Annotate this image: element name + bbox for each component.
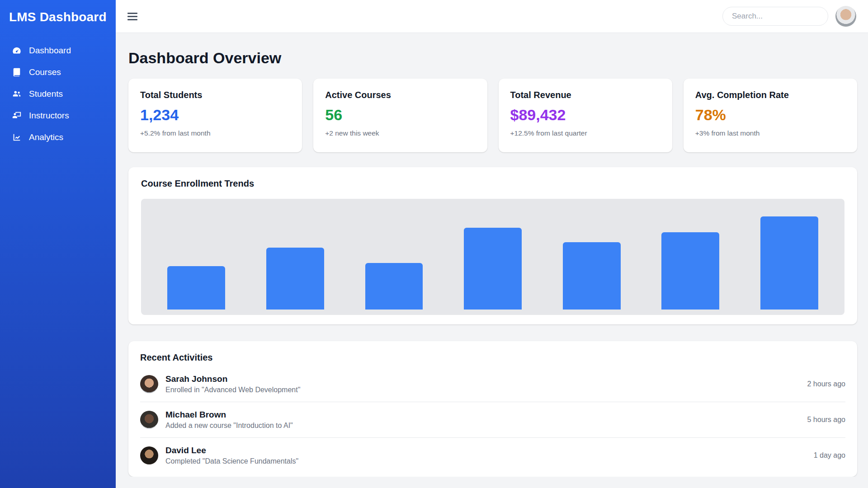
stat-value: 78% (695, 106, 845, 124)
app-title: LMS Dashboard (8, 10, 108, 24)
sidebar-item-dashboard[interactable]: Dashboard (8, 40, 108, 61)
book-icon (12, 67, 22, 77)
stat-card-total-students: Total Students 1,234 +5.2% from last mon… (128, 79, 302, 152)
sidebar-item-label: Dashboard (29, 46, 71, 56)
stat-label: Active Courses (325, 90, 475, 100)
gauge-icon (12, 46, 22, 56)
activity-row: Sarah Johnson Enrolled in "Advanced Web … (140, 366, 845, 402)
activity-avatar (140, 375, 158, 393)
activities-title: Recent Activities (140, 352, 845, 363)
stat-card-active-courses: Active Courses 56 +2 new this week (313, 79, 487, 152)
stat-note: +3% from last month (695, 129, 845, 137)
bar (266, 248, 324, 310)
search-input[interactable] (722, 7, 828, 26)
menu-toggle-button[interactable] (127, 13, 138, 20)
stat-card-total-revenue: Total Revenue $89,432 +12.5% from last q… (499, 79, 672, 152)
activity-action: Added a new course "Introduction to AI" (165, 422, 293, 430)
users-icon (12, 89, 22, 99)
main-area: Dashboard Overview Total Students 1,234 … (116, 0, 868, 488)
enrollment-trends-card: Course Enrollment Trends (128, 167, 857, 324)
activity-action: Enrolled in "Advanced Web Development" (165, 386, 300, 394)
sidebar-item-label: Instructors (29, 111, 69, 121)
activity-row: David Lee Completed "Data Science Fundam… (140, 438, 845, 473)
sidebar: LMS Dashboard Dashboard Courses Students… (0, 0, 116, 488)
chart-line-icon (12, 132, 22, 142)
bar (760, 216, 818, 310)
activity-avatar (140, 446, 158, 465)
stat-note: +5.2% from last month (140, 129, 290, 137)
sidebar-item-courses[interactable]: Courses (8, 61, 108, 83)
page-title: Dashboard Overview (128, 49, 857, 67)
activity-time: 1 day ago (814, 451, 845, 460)
activity-name: Michael Brown (165, 410, 293, 420)
sidebar-nav: Dashboard Courses Students Instructors A… (8, 40, 108, 148)
topbar (116, 0, 868, 33)
stat-label: Total Students (140, 90, 290, 100)
sidebar-item-analytics[interactable]: Analytics (8, 127, 108, 148)
bar (661, 232, 719, 310)
stat-value: $89,432 (510, 106, 660, 124)
sidebar-item-label: Courses (29, 67, 61, 77)
stat-note: +12.5% from last quarter (510, 129, 660, 137)
stat-cards: Total Students 1,234 +5.2% from last mon… (128, 79, 857, 152)
page-content: Dashboard Overview Total Students 1,234 … (116, 33, 868, 477)
teacher-icon (12, 111, 22, 121)
stat-card-completion-rate: Avg. Completion Rate 78% +3% from last m… (684, 79, 857, 152)
stat-value: 1,234 (140, 106, 290, 124)
stat-value: 56 (325, 106, 475, 124)
stat-label: Total Revenue (510, 90, 660, 100)
bar (563, 242, 621, 310)
stat-note: +2 new this week (325, 129, 475, 137)
activity-avatar (140, 411, 158, 429)
activity-time: 2 hours ago (807, 380, 845, 388)
sidebar-item-instructors[interactable]: Instructors (8, 105, 108, 127)
user-avatar[interactable] (835, 6, 856, 27)
stat-label: Avg. Completion Rate (695, 90, 845, 100)
activity-row: Michael Brown Added a new course "Introd… (140, 402, 845, 438)
activity-list: Sarah Johnson Enrolled in "Advanced Web … (140, 366, 845, 473)
chart-title: Course Enrollment Trends (141, 178, 844, 189)
activity-time: 5 hours ago (807, 416, 845, 424)
bar (365, 263, 423, 310)
bar (167, 266, 225, 310)
recent-activities-card: Recent Activities Sarah Johnson Enrolled… (128, 341, 857, 477)
sidebar-item-label: Analytics (29, 132, 63, 142)
activity-name: David Lee (165, 446, 298, 455)
activity-action: Completed "Data Science Fundamentals" (165, 457, 298, 465)
sidebar-item-students[interactable]: Students (8, 83, 108, 105)
activity-name: Sarah Johnson (165, 374, 300, 384)
sidebar-item-label: Students (29, 89, 63, 99)
bar-chart (141, 199, 844, 315)
bar (464, 228, 522, 310)
